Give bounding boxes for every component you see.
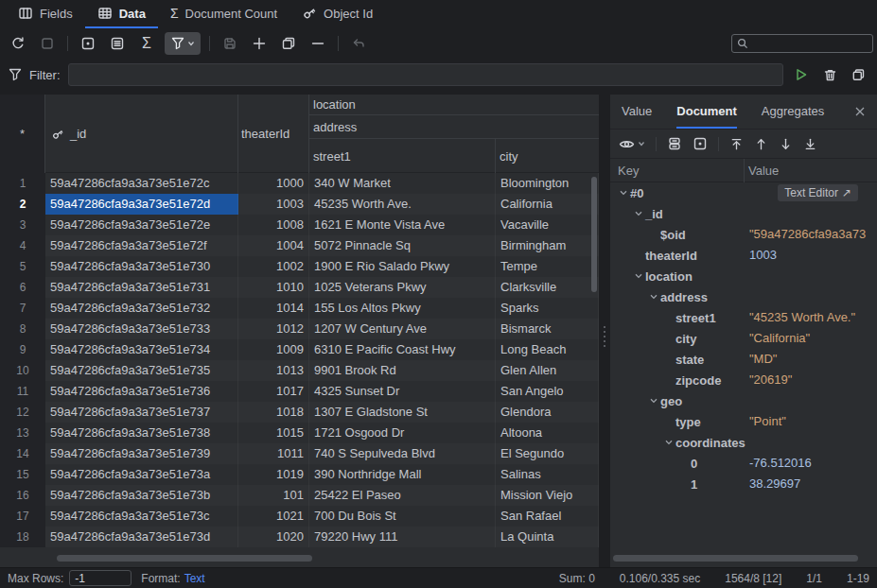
cell-street1[interactable]: 25422 El Paseo (309, 485, 496, 506)
tree-key[interactable]: coordinates (675, 436, 745, 450)
chevron-down-icon[interactable] (661, 438, 675, 447)
tree-key[interactable]: location (645, 269, 693, 284)
tree-value[interactable]: 1003 (749, 245, 877, 266)
row-number[interactable]: 17 (0, 506, 45, 527)
cell-street1[interactable]: 740 S Sepulveda Blvd (309, 443, 496, 464)
cell-street1[interactable]: 1621 E Monte Vista Ave (309, 215, 496, 235)
column-header-id[interactable]: _id (45, 95, 238, 173)
cell-id[interactable]: 59a47286cfa9a3a73e51e737 (45, 402, 238, 423)
tree-key[interactable]: state (675, 353, 704, 367)
tab-document-count[interactable]: Σ Document Count (158, 0, 289, 28)
cell-city[interactable]: Long Beach (496, 339, 599, 360)
cell-theaterId[interactable]: 1017 (238, 381, 309, 402)
cell-id[interactable]: 59a47286cfa9a3a73e51e735 (45, 360, 238, 381)
cell-city[interactable]: California (496, 194, 599, 215)
cell-street1[interactable]: 5072 Pinnacle Sq (309, 235, 496, 256)
row-number[interactable]: 12 (0, 402, 45, 423)
tree-value[interactable]: "Point" (749, 411, 877, 432)
cell-id[interactable]: 59a47286cfa9a3a73e51e730 (45, 256, 238, 277)
tree-value[interactable]: 38.29697 (749, 474, 877, 494)
row-number[interactable]: 13 (0, 423, 45, 443)
row-number[interactable]: 9 (0, 339, 45, 360)
tree-key[interactable]: geo (660, 394, 682, 408)
row-number[interactable]: 11 (0, 381, 45, 402)
horizontal-scrollbar[interactable] (57, 555, 312, 562)
first-record-button[interactable] (729, 137, 744, 151)
cell-city[interactable]: Mission Viejo (496, 485, 599, 506)
panel-splitter[interactable] (599, 95, 610, 567)
panel-tab-document[interactable]: Document (676, 95, 737, 129)
cell-id[interactable]: 59a47286cfa9a3a73e51e72e (45, 215, 238, 235)
text-view-button[interactable] (106, 32, 129, 55)
cell-theaterId[interactable]: 1020 (238, 527, 309, 547)
panel-tab-aggregates[interactable]: Aggregates (762, 95, 825, 129)
cell-street1[interactable]: 6310 E Pacific Coast Hwy (309, 339, 496, 360)
cell-city[interactable]: Salinas (496, 464, 599, 485)
last-record-button[interactable] (803, 137, 817, 151)
cell-theaterId[interactable]: 1011 (238, 443, 309, 464)
cell-city[interactable]: Sparks (496, 298, 599, 319)
cell-city[interactable]: Vacaville (496, 215, 599, 235)
tab-object-id[interactable]: Object Id (289, 0, 385, 28)
cell-street1[interactable]: 1307 E Gladstone St (309, 402, 496, 423)
cell-id[interactable]: 59a47286cfa9a3a73e51e72f (45, 235, 238, 256)
search-input[interactable] (752, 37, 868, 50)
add-row-button[interactable] (248, 32, 271, 55)
cell-id[interactable]: 59a47286cfa9a3a73e51e72c (45, 173, 238, 194)
cell-id[interactable]: 59a47286cfa9a3a73e51e73b (45, 485, 238, 506)
stop-button[interactable] (36, 32, 59, 55)
key-column-header[interactable]: Key (610, 159, 745, 182)
cell-street1[interactable]: 390 Northridge Mall (309, 464, 496, 485)
cell-id[interactable]: 59a47286cfa9a3a73e51e732 (45, 298, 238, 319)
delete-row-button[interactable] (307, 32, 329, 55)
filter-history-button[interactable] (848, 64, 868, 85)
cell-id[interactable]: 59a47286cfa9a3a73e51e733 (45, 319, 238, 339)
cell-city[interactable]: Clarksville (496, 277, 599, 298)
tree-value[interactable]: "45235 Worth Ave." (749, 307, 877, 328)
cell-street1[interactable]: 9901 Brook Rd (309, 360, 496, 381)
cell-city[interactable]: Altoona (496, 423, 599, 443)
chevron-down-icon[interactable] (631, 271, 645, 281)
cell-theaterId[interactable]: 1014 (238, 298, 309, 319)
row-number[interactable]: 10 (0, 360, 45, 381)
tree-key[interactable]: 1 (691, 477, 697, 492)
cell-theaterId[interactable]: 101 (238, 485, 309, 506)
view-as-book-button[interactable] (667, 136, 682, 151)
cell-theaterId[interactable]: 1018 (238, 402, 309, 423)
row-number[interactable]: 2 (0, 194, 45, 215)
cell-theaterId[interactable]: 1019 (238, 464, 309, 485)
chevron-down-icon[interactable] (631, 209, 645, 218)
cell-street1[interactable]: 1721 Osgood Dr (309, 423, 496, 443)
filter-toggle-button[interactable] (165, 32, 201, 55)
next-record-button[interactable] (779, 137, 793, 151)
refresh-button[interactable] (7, 32, 29, 55)
cell-id[interactable]: 59a47286cfa9a3a73e51e73d (45, 527, 238, 547)
max-rows-input[interactable] (69, 570, 132, 586)
tree-key[interactable]: city (675, 332, 696, 346)
cell-theaterId[interactable]: 1008 (238, 215, 309, 235)
tree-value[interactable]: "MD" (749, 349, 877, 370)
column-header-street1[interactable]: street1 (309, 139, 496, 173)
tree-key[interactable]: street1 (675, 311, 716, 325)
single-record-button[interactable] (693, 136, 708, 151)
cell-theaterId[interactable]: 1010 (238, 277, 309, 298)
tree-key[interactable]: _id (645, 207, 663, 221)
cell-theaterId[interactable]: 1004 (238, 235, 309, 256)
cell-city[interactable]: Bismarck (496, 319, 599, 339)
cell-city[interactable]: San Angelo (496, 381, 599, 402)
tree-value[interactable]: "California" (749, 328, 877, 349)
previous-record-button[interactable] (754, 137, 768, 151)
row-number[interactable]: 14 (0, 443, 45, 464)
cell-street1[interactable]: 1025 Veterans Pkwy (309, 277, 496, 298)
tree-key[interactable]: $oid (660, 228, 686, 242)
cell-id[interactable]: 59a47286cfa9a3a73e51e73c (45, 506, 238, 527)
row-number[interactable]: 18 (0, 527, 45, 547)
cell-street1[interactable]: 45235 Worth Ave. (309, 194, 496, 215)
cell-street1[interactable]: 1207 W Century Ave (309, 319, 496, 339)
panel-tab-value[interactable]: Value (622, 95, 652, 129)
cell-id[interactable]: 59a47286cfa9a3a73e51e73a (45, 464, 238, 485)
tree-key[interactable]: type (675, 415, 701, 429)
tab-data[interactable]: Data (85, 0, 158, 28)
column-header-city[interactable]: city (496, 139, 599, 173)
cell-city[interactable]: Birmingham (496, 235, 599, 256)
